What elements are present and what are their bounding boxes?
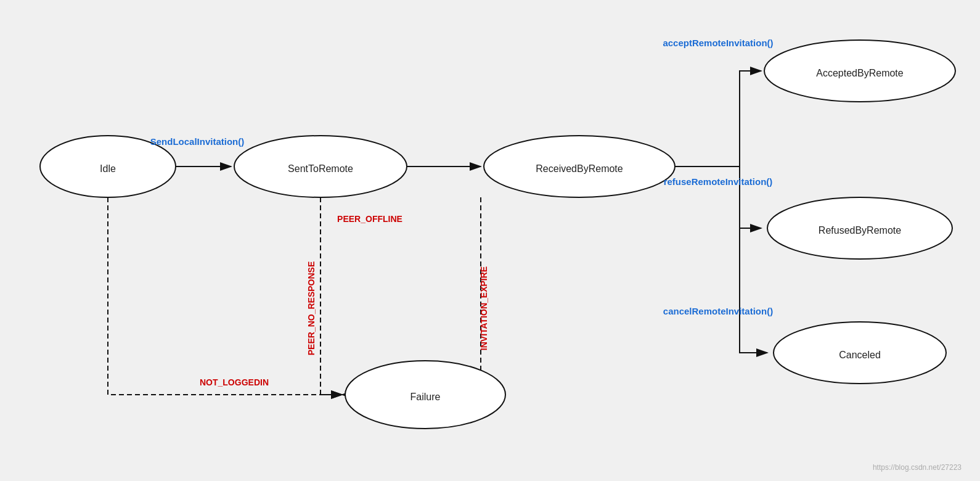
action-refuse-remote-label: refuseRemoteInvitation()	[664, 176, 773, 187]
state-idle-label: Idle	[100, 163, 116, 174]
state-canceled-label: Canceled	[839, 350, 881, 360]
state-received-label: ReceivedByRemote	[536, 163, 623, 174]
state-accepted-label: AcceptedByRemote	[816, 68, 904, 78]
action-accept-remote-label: acceptRemoteInvitation()	[663, 38, 773, 48]
state-sent-label: SentToRemote	[288, 163, 353, 174]
state-refused-label: RefusedByRemote	[819, 225, 901, 236]
footer-url: https://blog.csdn.net/27223	[873, 463, 962, 472]
action-send-local-label: SendLocalInvitation()	[150, 136, 245, 147]
error-invitation-expire-label: INVITATION_EXPIRE	[479, 266, 489, 350]
error-not-loggedin-label: NOT_LOGGEDIN	[200, 377, 269, 387]
error-peer-no-response-label: PEER_NO_RESPONSE	[306, 261, 316, 356]
action-cancel-remote-label: cancelRemoteInvitation()	[663, 306, 773, 316]
error-peer-offline-label: PEER_OFFLINE	[337, 214, 402, 224]
state-failure-label: Failure	[410, 392, 441, 402]
